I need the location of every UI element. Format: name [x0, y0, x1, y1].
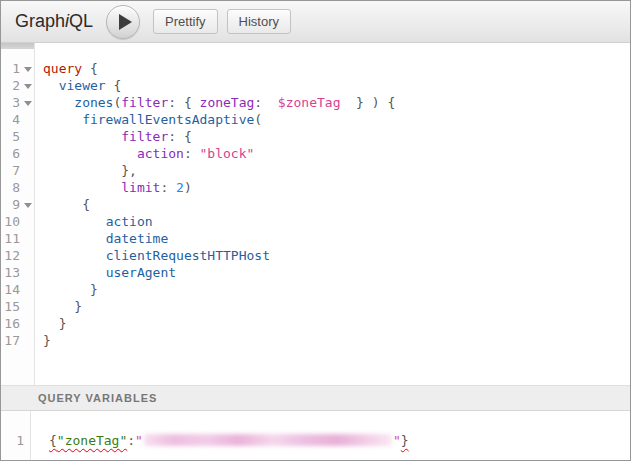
line-number: 10 [1, 213, 20, 230]
code-line: 1{"zoneTag":""} [1, 432, 630, 449]
code-line: 11 datetime [1, 230, 630, 247]
gutter-cell: 2 [1, 77, 34, 94]
syntax-token: "zoneTag" [57, 433, 127, 448]
line-number: 2 [1, 77, 20, 94]
prettify-button[interactable]: Prettify [153, 9, 217, 34]
code-line-text[interactable]: limit: 2) [34, 179, 630, 196]
fold-gutter-cell [20, 247, 34, 264]
syntax-token: action [137, 146, 184, 161]
history-button[interactable]: History [227, 9, 291, 34]
syntax-token [43, 197, 82, 212]
syntax-token: " [393, 433, 401, 448]
gutter-cell: 16 [1, 315, 34, 332]
syntax-token: zoneTag [200, 95, 255, 110]
gutter-cell: 8 [1, 179, 34, 196]
variables-code[interactable]: 1{"zoneTag":""} [1, 411, 630, 460]
syntax-token [43, 231, 106, 246]
code-line-text[interactable]: query { [34, 60, 630, 77]
execute-button[interactable] [106, 5, 140, 39]
line-number: 3 [1, 94, 20, 111]
code-line: 4 firewallEventsAdaptive( [1, 111, 630, 128]
fold-gutter-cell [20, 94, 34, 111]
syntax-token: { [106, 78, 122, 93]
gutter-cell: 1 [1, 60, 34, 77]
code-line-text[interactable]: { [34, 196, 630, 213]
app-title: GraphiQL [15, 11, 93, 32]
code-line: 7 }, [1, 162, 630, 179]
gutter-cell: 17 [1, 332, 34, 349]
code-line-text[interactable]: clientRequestHTTPHost [34, 247, 630, 264]
syntax-token: zones [74, 95, 113, 110]
gutter-cell: 9 [1, 196, 34, 213]
syntax-token: } [43, 333, 51, 348]
code-line-text[interactable]: datetime [34, 230, 630, 247]
query-editor[interactable]: 1query {2 viewer {3 zones(filter: { zone… [1, 43, 630, 385]
code-line: 12 clientRequestHTTPHost [1, 247, 630, 264]
code-line-text[interactable]: viewer { [34, 77, 630, 94]
code-line: 6 action: "block" [1, 145, 630, 162]
fold-gutter-cell [20, 264, 34, 281]
gutter-cell: 11 [1, 230, 34, 247]
syntax-token: "block" [200, 146, 255, 161]
code-line-text[interactable]: filter: { [34, 128, 630, 145]
code-line: 3 zones(filter: { zoneTag: $zoneTag } ) … [1, 94, 630, 111]
code-line-text[interactable]: action: "block" [34, 145, 630, 162]
syntax-token: } ) { [340, 95, 395, 110]
code-line-text[interactable]: } [34, 281, 630, 298]
fold-arrow-icon[interactable] [24, 101, 32, 106]
code-line-text[interactable]: firewallEventsAdaptive( [34, 111, 630, 128]
fold-arrow-icon[interactable] [24, 67, 32, 72]
gutter-cell: 5 [1, 128, 34, 145]
gutter-cell: 1 [1, 432, 30, 449]
code-line-text[interactable]: } [34, 315, 630, 332]
syntax-token: : [160, 180, 176, 195]
fold-gutter-cell [20, 315, 34, 332]
gutter-cell: 15 [1, 298, 34, 315]
syntax-token: : [184, 146, 200, 161]
syntax-token: } [90, 282, 98, 297]
redacted-value [144, 434, 392, 446]
gutter-cell: 3 [1, 94, 34, 111]
syntax-token [43, 265, 106, 280]
code-line-text[interactable]: action [34, 213, 630, 230]
code-line-text[interactable]: } [34, 298, 630, 315]
code-line: 1query { [1, 60, 630, 77]
query-code[interactable]: 1query {2 viewer {3 zones(filter: { zone… [1, 43, 630, 385]
gutter-cell: 13 [1, 264, 34, 281]
line-number: 14 [1, 281, 20, 298]
variables-editor[interactable]: 1{"zoneTag":""} [1, 411, 630, 460]
fold-gutter-cell [20, 332, 34, 349]
line-number: 15 [1, 298, 20, 315]
line-number: 17 [1, 332, 20, 349]
syntax-token: viewer [59, 78, 106, 93]
line-number: 4 [1, 111, 20, 128]
code-line-text[interactable]: }, [34, 162, 630, 179]
line-number: 16 [1, 315, 20, 332]
fold-arrow-icon[interactable] [24, 84, 32, 89]
syntax-token: clientRequestHTTPHost [106, 248, 270, 263]
syntax-token [43, 299, 74, 314]
syntax-token: 2 [176, 180, 184, 195]
fold-gutter-cell [20, 77, 34, 94]
syntax-token [43, 316, 59, 331]
code-line-text[interactable]: zones(filter: { zoneTag: $zoneTag } ) { [34, 94, 630, 111]
fold-gutter-cell [20, 281, 34, 298]
syntax-token: filter [121, 95, 168, 110]
syntax-token [43, 78, 59, 93]
graphiql-window: GraphiQL Prettify History 1query {2 view… [0, 0, 631, 461]
syntax-token: { [49, 433, 57, 448]
line-number: 9 [1, 196, 20, 213]
code-line-text[interactable]: userAgent [34, 264, 630, 281]
syntax-token [43, 112, 82, 127]
syntax-token [43, 129, 121, 144]
fold-arrow-icon[interactable] [24, 203, 32, 208]
code-line-text[interactable]: {"zoneTag":""} [30, 432, 630, 449]
code-line-text[interactable]: } [34, 332, 630, 349]
app-title-ql: QL [69, 11, 93, 31]
app-title-graph: Graph [15, 11, 65, 31]
syntax-token [43, 95, 74, 110]
query-variables-header[interactable]: Query Variables [1, 385, 630, 411]
fold-gutter-cell [20, 230, 34, 247]
fold-gutter-cell [20, 128, 34, 145]
code-line: 14 } [1, 281, 630, 298]
